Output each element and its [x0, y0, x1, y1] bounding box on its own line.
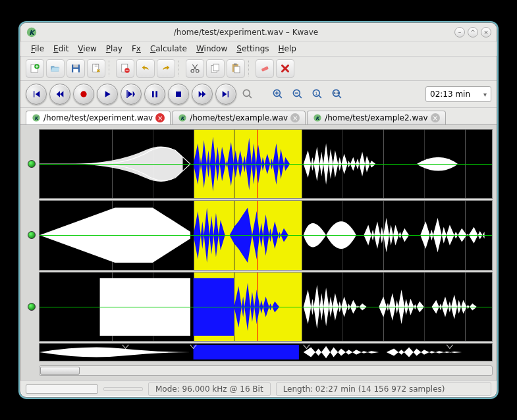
- svg-rect-19: [152, 91, 154, 97]
- maximize-button[interactable]: ^: [468, 27, 478, 38]
- zoom-time-value: 02:13 min: [430, 90, 470, 99]
- erase-button[interactable]: [256, 59, 274, 78]
- open-button[interactable]: [46, 59, 65, 78]
- svg-rect-15: [234, 64, 237, 65]
- zoom-selection-button[interactable]: [239, 86, 256, 103]
- titlebar[interactable]: K /home/test/experiment.wav – Kwave – ^ …: [20, 23, 497, 41]
- svg-point-18: [80, 91, 86, 97]
- tabbar: K /home/test/experiment.wav × K /home/te…: [20, 108, 497, 125]
- tracks-area: [24, 129, 493, 342]
- statusbar: Mode: 96.000 kHz @ 16 Bit Length: 02:27 …: [20, 380, 497, 397]
- save-button[interactable]: [67, 59, 85, 78]
- tab-label: /home/test/example2.wav: [325, 113, 428, 122]
- menu-file[interactable]: File: [27, 43, 48, 55]
- new-tab-button[interactable]: [26, 59, 44, 78]
- copy-button[interactable]: [206, 59, 225, 78]
- tab-example2[interactable]: K /home/test/example2.wav ×: [307, 111, 446, 124]
- track-row: [24, 129, 493, 199]
- svg-rect-6: [73, 69, 78, 72]
- main-window: K /home/test/experiment.wav – Kwave – ^ …: [20, 22, 497, 398]
- track-row: [24, 200, 493, 270]
- redo-button[interactable]: [157, 59, 175, 78]
- progress-cell: [26, 384, 98, 394]
- tab-example[interactable]: K /home/test/example.wav ×: [172, 111, 306, 124]
- status-mode: Mode: 96.000 kHz @ 16 Bit: [148, 382, 271, 396]
- kwave-icon: K: [313, 113, 322, 122]
- stop-button[interactable]: [168, 84, 189, 105]
- cut-button[interactable]: [186, 59, 204, 78]
- app-icon: K: [26, 26, 38, 38]
- close-tab-icon[interactable]: ×: [431, 113, 440, 122]
- rewind-button[interactable]: [49, 84, 70, 105]
- svg-rect-16: [234, 66, 240, 73]
- minimize-button[interactable]: –: [454, 27, 465, 38]
- menu-play[interactable]: Play: [102, 43, 126, 55]
- waveform-canvas[interactable]: [39, 272, 493, 342]
- menu-settings[interactable]: Settings: [232, 43, 273, 55]
- overview-row: [24, 343, 493, 361]
- waveform-canvas[interactable]: [39, 200, 493, 270]
- pause-button[interactable]: [144, 84, 165, 105]
- svg-rect-13: [213, 64, 219, 71]
- save-as-button[interactable]: [87, 59, 105, 78]
- zoom-out-button[interactable]: [289, 86, 306, 103]
- waveform-canvas[interactable]: [39, 129, 493, 199]
- track-led-area[interactable]: [24, 272, 39, 342]
- led-icon: [28, 303, 36, 311]
- track-led-area[interactable]: [24, 129, 39, 199]
- menu-fx[interactable]: Fx: [128, 43, 145, 55]
- menu-calculate[interactable]: Calculate: [146, 43, 191, 55]
- zoom-1-1-button[interactable]: 1: [309, 86, 326, 103]
- skip-start-button[interactable]: [26, 84, 47, 105]
- zoom-all-button[interactable]: [329, 86, 346, 103]
- scrollbar-track[interactable]: [39, 365, 493, 376]
- tab-label: /home/test/example.wav: [190, 113, 288, 122]
- zoom-in-button[interactable]: [269, 86, 286, 103]
- play-button[interactable]: [97, 84, 118, 105]
- window-title: /home/test/experiment.wav – Kwave: [40, 28, 452, 37]
- led-icon: [28, 160, 36, 168]
- svg-rect-21: [176, 92, 181, 97]
- tab-label: /home/test/experiment.wav: [43, 113, 153, 122]
- svg-rect-36: [194, 345, 299, 359]
- overview-canvas[interactable]: [39, 343, 493, 361]
- menu-window[interactable]: Window: [192, 43, 231, 55]
- toolbar-file: [20, 57, 497, 81]
- undo-button[interactable]: [136, 59, 155, 78]
- close-tab-icon[interactable]: ×: [290, 113, 300, 122]
- menu-help[interactable]: Help: [275, 43, 300, 55]
- track-row: [24, 272, 493, 342]
- paste-button[interactable]: [227, 59, 245, 78]
- close-tab-icon[interactable]: ×: [155, 113, 165, 122]
- tab-experiment[interactable]: K /home/test/experiment.wav ×: [26, 111, 171, 124]
- led-icon: [28, 231, 36, 239]
- zoom-time-combo[interactable]: 02:13 min: [425, 86, 491, 102]
- track-led-area[interactable]: [24, 200, 39, 270]
- toolbar-transport: 1 02:13 min: [20, 81, 497, 108]
- forward-button[interactable]: [192, 84, 213, 105]
- delete-button[interactable]: [276, 59, 294, 78]
- status-empty-cell: [103, 387, 143, 391]
- menu-view[interactable]: View: [74, 43, 100, 55]
- workspace: [20, 125, 497, 380]
- svg-text:1: 1: [315, 92, 317, 95]
- record-button[interactable]: [73, 84, 94, 105]
- skip-end-button[interactable]: [215, 84, 236, 105]
- scrollbar-thumb[interactable]: [40, 367, 80, 375]
- status-length: Length: 02:27 min (14 156 972 samples): [276, 382, 491, 396]
- menu-edit[interactable]: Edit: [49, 43, 72, 55]
- kwave-icon: K: [32, 113, 41, 122]
- svg-rect-5: [73, 65, 78, 68]
- kwave-icon: K: [178, 113, 187, 122]
- horizontal-scrollbar[interactable]: [24, 365, 493, 376]
- close-file-button[interactable]: [116, 59, 134, 78]
- loop-button[interactable]: [121, 84, 142, 105]
- svg-rect-17: [261, 66, 269, 72]
- svg-rect-20: [155, 91, 157, 97]
- close-window-button[interactable]: ×: [481, 27, 491, 38]
- menubar: File Edit View Play Fx Calculate Window …: [20, 41, 497, 57]
